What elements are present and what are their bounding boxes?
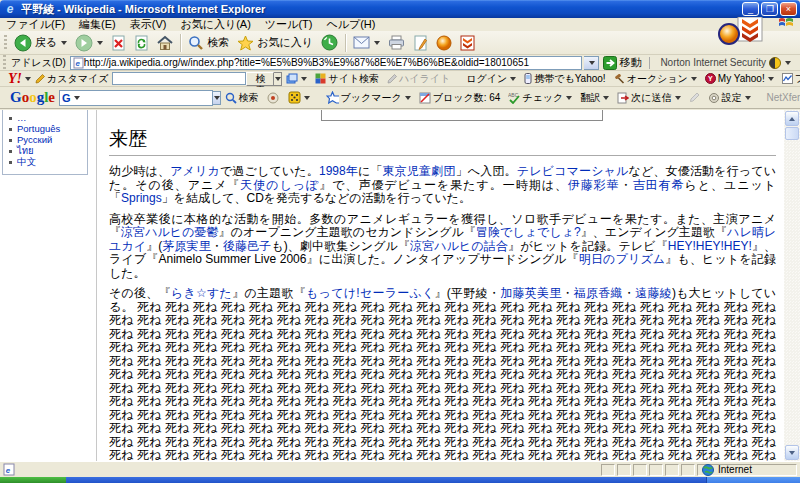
flashget-button[interactable]	[456, 32, 479, 54]
paragraph-1: 幼少時は、アメリカで過ごしていた。1998年に「東京児童劇団」へ入団。テレビコマ…	[109, 165, 776, 206]
section-heading: 来歴	[109, 126, 776, 156]
address-input[interactable]	[84, 57, 580, 69]
google-dice-icon[interactable]	[284, 91, 314, 104]
yahoo-login[interactable]: ログイン	[462, 72, 520, 86]
go-icon	[603, 56, 617, 70]
address-grip[interactable]	[3, 55, 6, 71]
windows-taskbar[interactable]	[0, 477, 800, 483]
language-link[interactable]: Русский	[17, 135, 52, 145]
wiki-link[interactable]: 福原香織	[574, 286, 623, 300]
google-pagerank-icon[interactable]	[263, 92, 284, 104]
language-link[interactable]: …	[17, 113, 27, 123]
google-search-button[interactable]: 検索	[221, 91, 263, 105]
wiki-link[interactable]: 明日のプリズム	[579, 252, 666, 266]
stop-button[interactable]	[107, 32, 130, 54]
wiki-link[interactable]: 涼宮ハルヒの憂鬱	[121, 225, 219, 239]
close-button[interactable]: ×	[780, 2, 797, 16]
yahoo-layers-button[interactable]	[282, 73, 311, 84]
wiki-link[interactable]: 遠藤綾	[635, 286, 672, 300]
yahoo-search-button[interactable]: 検索	[246, 72, 274, 86]
language-link[interactable]: Português	[17, 124, 60, 134]
wiki-link[interactable]: 茅原実里	[162, 239, 211, 253]
mail-button[interactable]	[349, 32, 384, 54]
vertical-scrollbar[interactable]	[784, 110, 800, 461]
yahoo-auction[interactable]: オークション	[610, 72, 701, 86]
search-button[interactable]: 検索	[184, 32, 233, 54]
menu-file[interactable]: ファイル(F)	[6, 17, 65, 32]
wiki-link[interactable]: もってけ!セーラーふく	[306, 286, 435, 300]
wiki-link[interactable]: 天使のしっぽ	[240, 178, 319, 192]
bitcomet-button[interactable]	[432, 32, 456, 54]
yahoo-search-dropdown[interactable]	[274, 72, 282, 86]
yahoo-highlight[interactable]: ハイライト	[383, 72, 454, 86]
menu-favorites[interactable]: お気に入り(A)	[180, 17, 250, 32]
google-search-input[interactable]	[80, 92, 212, 103]
gavel-icon	[614, 73, 625, 84]
scrollbar-thumb[interactable]	[785, 127, 799, 140]
yahoo-search-input[interactable]	[112, 72, 246, 85]
netxfer-label: NetXfer	[763, 92, 800, 103]
text-segment: 』がヒットを記録。テレビ『	[508, 239, 668, 253]
google-toolbar: Google G 検索 ブックマーク ブロック数: 64 ABC チェック	[0, 87, 800, 109]
address-dropdown[interactable]	[584, 56, 599, 70]
restore-button[interactable]: ❐	[761, 2, 778, 16]
scroll-up-button[interactable]	[785, 111, 799, 126]
paragraph-2: 高校卒業後に本格的な活動を開始。多数のアニメレギュラーを獲得し、ソロ歌手デビュー…	[109, 213, 776, 281]
edit-button[interactable]	[409, 32, 432, 54]
wiki-link[interactable]: 冒険でしょでしょ?	[476, 225, 581, 239]
scroll-down-button[interactable]	[785, 445, 799, 460]
print-button[interactable]	[384, 32, 409, 54]
norton-toolbar[interactable]: Norton Internet Security	[654, 57, 797, 69]
wiki-link[interactable]: 加藤英美里	[500, 286, 561, 300]
toolbar-grip[interactable]	[4, 35, 7, 51]
wiki-link[interactable]: 後藤邑子	[223, 239, 271, 253]
yahoo-customize[interactable]: カスタマイズ	[31, 72, 112, 86]
refresh-button[interactable]	[130, 32, 153, 54]
status-cell	[617, 464, 631, 476]
wiki-link[interactable]: らき☆すた	[171, 286, 232, 300]
menu-help[interactable]: ヘルプ(H)	[326, 17, 375, 32]
back-button[interactable]: 戻る	[10, 32, 71, 54]
status-cell	[633, 464, 647, 476]
yahoo-mobile[interactable]: 携帯でもYahoo!	[520, 72, 609, 86]
yahoo-site-search[interactable]: サイト検索	[311, 72, 383, 86]
google-highlighter-icon[interactable]	[685, 92, 704, 103]
google-send-to[interactable]: 次に送信	[613, 91, 684, 105]
wiki-link[interactable]: 1998年	[319, 164, 358, 178]
start-button[interactable]	[0, 477, 66, 483]
google-translate[interactable]: 翻訳	[576, 91, 613, 105]
go-button[interactable]: 移動	[599, 55, 645, 70]
home-button[interactable]	[153, 32, 177, 54]
minimize-button[interactable]: _	[742, 2, 759, 16]
menu-tools[interactable]: ツール(T)	[265, 17, 313, 32]
wiki-link[interactable]: 伊藤彩華	[568, 178, 620, 192]
google-bookmarks[interactable]: ブックマーク	[322, 91, 415, 105]
browser-window: e 平野綾 - Wikipedia - Microsoft Internet E…	[0, 0, 800, 483]
wiki-link[interactable]: 涼宮ハルヒの詰合	[410, 239, 508, 253]
menu-view[interactable]: 表示(V)	[130, 17, 167, 32]
google-popup-blocker[interactable]: ブロック数: 64	[415, 91, 505, 105]
yahoo-my[interactable]: Y My Yahoo!	[701, 73, 778, 84]
wiki-link[interactable]: アメリカ	[170, 164, 220, 178]
window-title: 平野綾 - Wikipedia - Microsoft Internet Exp…	[21, 2, 740, 17]
wiki-link[interactable]: HEY!HEY!HEY!	[668, 239, 752, 253]
language-link[interactable]: ไทย	[17, 146, 34, 156]
toolbar-separator	[345, 34, 346, 52]
history-button[interactable]	[317, 32, 342, 54]
menu-edit[interactable]: 編集(E)	[79, 17, 116, 32]
wiki-link[interactable]: Springs	[121, 191, 162, 205]
wiki-link[interactable]: テレビコマーシャル	[517, 164, 629, 178]
wiki-link[interactable]: 東京児童劇団	[383, 164, 456, 178]
system-tray	[706, 477, 800, 483]
favorites-button[interactable]: お気に入り	[233, 32, 317, 54]
yahoo-logo[interactable]: Y!	[8, 71, 22, 87]
google-settings[interactable]: 設定	[704, 91, 755, 105]
finance-chart-icon	[782, 73, 793, 84]
yahoo-finance[interactable]: ファイナンス	[778, 72, 800, 86]
google-search-dropdown[interactable]	[213, 91, 221, 105]
language-item: 中文	[9, 157, 87, 167]
forward-button[interactable]	[71, 32, 107, 54]
language-link[interactable]: 中文	[17, 157, 36, 167]
wiki-link[interactable]: 吉田有希	[633, 178, 685, 192]
google-spellcheck[interactable]: ABC チェック	[504, 91, 576, 105]
